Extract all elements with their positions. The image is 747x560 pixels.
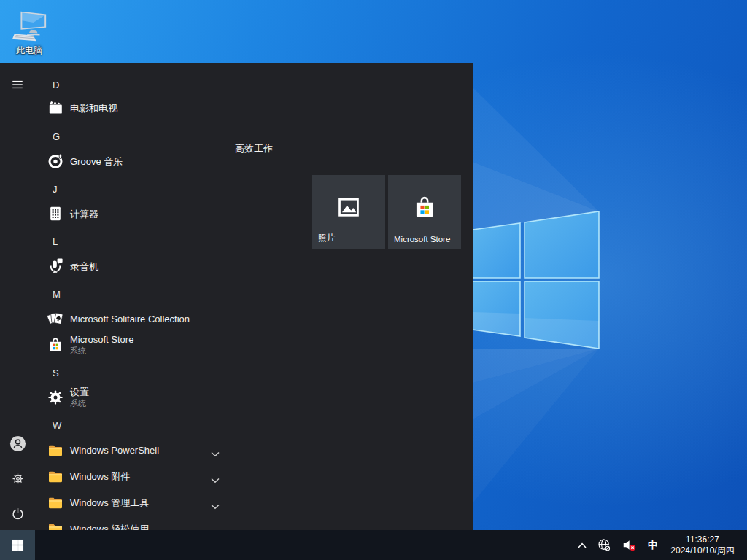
globe-no-internet-icon <box>597 537 612 553</box>
system-tray: 中 11:36:27 2024/10/10/周四 <box>575 530 747 560</box>
desktop-icon-label: 此电脑 <box>16 44 42 57</box>
gear-solid-icon <box>47 389 64 406</box>
hamburger-icon <box>11 78 24 91</box>
store-icon <box>47 336 64 354</box>
start-menu-rail <box>0 63 35 530</box>
tile-photos[interactable]: 照片 <box>312 175 385 249</box>
section-letter: G <box>38 131 60 142</box>
calculator-icon <box>47 205 64 222</box>
show-hidden-icons-button[interactable] <box>575 530 589 560</box>
volume-button[interactable] <box>619 530 640 560</box>
tile-group-title: 高效工作 <box>235 142 273 155</box>
start-menu: D 电影和电视G Groove 音乐J 计算器L 录音机M Microsoft … <box>0 63 473 530</box>
app-list-item[interactable]: Groove 音乐 <box>38 148 225 174</box>
app-label: 录音机 <box>70 261 98 272</box>
section-header-J[interactable]: J <box>38 176 225 202</box>
desktop-icon-this-pc[interactable]: 此电脑 <box>7 4 51 57</box>
groove-icon <box>47 152 64 170</box>
user-account-button[interactable] <box>0 426 35 461</box>
movies-tv-icon <box>47 99 64 117</box>
app-label: 计算器 <box>70 209 98 219</box>
folder-icon <box>47 467 64 485</box>
section-letter: L <box>38 236 58 247</box>
app-list-item[interactable]: Windows PowerShell <box>38 437 225 463</box>
app-list-item[interactable]: Windows 附件 <box>38 463 225 489</box>
app-list-item[interactable]: Windows 管理工具 <box>38 489 225 516</box>
app-label: Windows PowerShell <box>70 445 159 456</box>
clock-time: 11:36:27 <box>686 534 719 545</box>
chevron-up-icon <box>577 540 587 551</box>
app-label: Windows 管理工具 <box>70 497 149 508</box>
taskbar-clock[interactable]: 11:36:27 2024/10/10/周四 <box>665 534 740 556</box>
chevron-down-icon[interactable] <box>211 473 220 479</box>
user-icon <box>9 435 26 452</box>
app-label: Windows 轻松使用 <box>70 524 149 531</box>
power-icon <box>10 506 26 521</box>
section-header-G[interactable]: G <box>38 123 225 149</box>
app-list-item[interactable]: 计算器 <box>38 201 225 227</box>
section-letter: J <box>38 184 58 195</box>
section-header-W[interactable]: W <box>38 412 225 438</box>
chevron-down-icon[interactable] <box>211 499 220 505</box>
section-letter: M <box>38 289 61 300</box>
network-status-button[interactable] <box>595 530 614 560</box>
photos-icon <box>336 195 361 219</box>
app-sublabel: 系统 <box>70 346 133 357</box>
app-sublabel: 系统 <box>70 398 89 409</box>
volume-muted-icon <box>622 537 638 553</box>
expand-menu-button[interactable] <box>0 67 35 102</box>
store-icon <box>411 194 438 220</box>
app-label: 设置 <box>70 386 89 397</box>
section-letter: D <box>38 79 59 90</box>
folder-icon <box>47 441 64 459</box>
power-button[interactable] <box>0 496 35 530</box>
gear-icon <box>10 471 26 486</box>
clock-date: 2024/10/10/周四 <box>670 545 734 556</box>
ime-mode-indicator[interactable]: 中 <box>645 539 660 552</box>
folder-icon <box>47 494 64 511</box>
solitaire-icon <box>47 310 64 327</box>
section-letter: S <box>38 368 59 378</box>
app-list-item[interactable]: 录音机 <box>38 253 225 279</box>
this-pc-icon <box>9 4 49 44</box>
voice-recorder-icon <box>47 257 64 275</box>
settings-button[interactable] <box>0 461 35 496</box>
section-header-M[interactable]: M <box>38 281 225 307</box>
app-list-item[interactable]: Microsoft Store系统 <box>38 329 225 361</box>
tile-label: Microsoft Store <box>394 235 450 244</box>
app-list-item[interactable]: 设置系统 <box>38 381 225 413</box>
section-letter: W <box>38 420 61 431</box>
tile-label: 照片 <box>318 233 335 244</box>
app-list-item[interactable]: Microsoft Solitaire Collection <box>38 306 225 332</box>
app-label: Microsoft Solitaire Collection <box>70 314 190 324</box>
app-label: Groove 音乐 <box>70 156 123 167</box>
folder-icon <box>47 520 64 530</box>
app-label: Windows 附件 <box>70 471 130 482</box>
app-label: 电影和电视 <box>70 103 117 114</box>
taskbar: 中 11:36:27 2024/10/10/周四 <box>0 530 747 560</box>
section-header-D[interactable]: D <box>38 71 225 98</box>
tile-store[interactable]: Microsoft Store <box>388 175 461 249</box>
start-button[interactable] <box>0 530 35 560</box>
section-header-L[interactable]: L <box>38 228 225 254</box>
chevron-down-icon[interactable] <box>211 447 220 453</box>
app-list-item[interactable]: 电影和电视 <box>38 95 225 121</box>
windows-start-icon <box>12 539 24 551</box>
app-label: Microsoft Store <box>70 334 133 345</box>
app-list-item[interactable]: Windows 轻松使用 <box>38 516 225 530</box>
